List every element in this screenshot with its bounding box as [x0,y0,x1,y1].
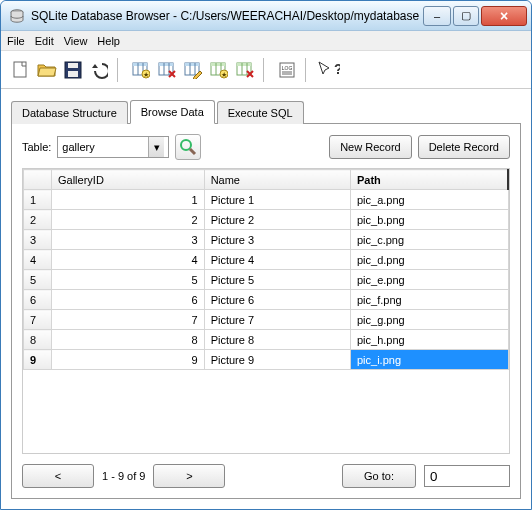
cell-id[interactable]: 5 [52,270,205,290]
table-row[interactable]: 99Picture 9pic_i.png [24,350,509,370]
row-number[interactable]: 5 [24,270,52,290]
cell-name[interactable]: Picture 2 [204,210,350,230]
tab-bar: Database Structure Browse Data Execute S… [11,99,521,124]
cell-path[interactable]: pic_g.png [350,310,508,330]
cell-id[interactable]: 6 [52,290,205,310]
cell-name[interactable]: Picture 9 [204,350,350,370]
cell-id[interactable]: 2 [52,210,205,230]
table-row[interactable]: 33Picture 3pic_c.png [24,230,509,250]
svg-rect-1 [14,62,26,77]
svg-text:LOG: LOG [282,65,293,71]
row-number[interactable]: 7 [24,310,52,330]
table-row[interactable]: 44Picture 4pic_d.png [24,250,509,270]
new-record-button[interactable]: New Record [329,135,412,159]
menu-file[interactable]: File [7,35,25,47]
row-number[interactable]: 3 [24,230,52,250]
header-row: GalleryID Name Path [24,170,509,190]
cell-name[interactable]: Picture 4 [204,250,350,270]
cell-name[interactable]: Picture 5 [204,270,350,290]
minimize-button[interactable]: – [423,6,451,26]
delete-record-button[interactable]: Delete Record [418,135,510,159]
col-header-name[interactable]: Name [204,170,350,190]
svg-text:?: ? [334,61,340,77]
search-icon [179,138,197,156]
tab-browse-data[interactable]: Browse Data [130,100,215,124]
table-row[interactable]: 11Picture 1pic_a.png [24,190,509,210]
cell-name[interactable]: Picture 7 [204,310,350,330]
menu-edit[interactable]: Edit [35,35,54,47]
cell-name[interactable]: Picture 8 [204,330,350,350]
cell-path[interactable]: pic_d.png [350,250,508,270]
rownum-header[interactable] [24,170,52,190]
cell-name[interactable]: Picture 3 [204,230,350,250]
prev-page-button[interactable]: < [22,464,94,488]
create-table-icon[interactable]: ★ [129,57,153,83]
svg-rect-6 [133,63,147,66]
cell-path[interactable]: pic_a.png [350,190,508,210]
open-folder-icon[interactable] [35,57,59,83]
goto-button[interactable]: Go to: [342,464,416,488]
maximize-button[interactable]: ▢ [453,6,479,26]
row-number[interactable]: 4 [24,250,52,270]
cell-id[interactable]: 3 [52,230,205,250]
tab-execute-sql[interactable]: Execute SQL [217,101,304,124]
next-page-button[interactable]: > [153,464,225,488]
cell-id[interactable]: 7 [52,310,205,330]
cell-path[interactable]: pic_c.png [350,230,508,250]
data-grid[interactable]: GalleryID Name Path 11Picture 1pic_a.png… [22,168,510,454]
table-row[interactable]: 22Picture 2pic_b.png [24,210,509,230]
cell-name[interactable]: Picture 1 [204,190,350,210]
save-disk-icon[interactable] [61,57,85,83]
close-button[interactable]: × [481,6,527,26]
table-row[interactable]: 77Picture 7pic_g.png [24,310,509,330]
svg-rect-16 [185,63,199,66]
row-number[interactable]: 9 [24,350,52,370]
row-number[interactable]: 1 [24,190,52,210]
svg-text:★: ★ [221,71,227,78]
goto-input[interactable] [424,465,510,487]
toolbar-separator [117,58,123,82]
row-number[interactable]: 6 [24,290,52,310]
browse-controls: Table: gallery ▾ New Record Delete Recor… [22,134,510,160]
row-number[interactable]: 8 [24,330,52,350]
cell-path[interactable]: pic_i.png [350,350,508,370]
create-index-icon[interactable]: ★ [207,57,231,83]
window-title: SQLite Database Browser - C:/Users/WEERA… [31,9,421,23]
modify-table-icon[interactable] [181,57,205,83]
window-controls: – ▢ × [421,6,527,26]
svg-point-34 [181,140,191,150]
table-label: Table: [22,141,51,153]
cell-id[interactable]: 1 [52,190,205,210]
cell-path[interactable]: pic_e.png [350,270,508,290]
row-number[interactable]: 2 [24,210,52,230]
svg-rect-20 [211,63,225,66]
table-row[interactable]: 55Picture 5pic_e.png [24,270,509,290]
new-file-icon[interactable] [9,57,33,83]
cell-path[interactable]: pic_h.png [350,330,508,350]
menu-view[interactable]: View [64,35,88,47]
tab-structure[interactable]: Database Structure [11,101,128,124]
search-button[interactable] [175,134,201,160]
svg-rect-12 [159,63,173,66]
table-row[interactable]: 66Picture 6pic_f.png [24,290,509,310]
table-row[interactable]: 88Picture 8pic_h.png [24,330,509,350]
cell-name[interactable]: Picture 6 [204,290,350,310]
delete-table-icon[interactable] [155,57,179,83]
cell-id[interactable]: 4 [52,250,205,270]
database-icon [9,8,25,24]
content-area: Database Structure Browse Data Execute S… [1,89,531,509]
whatsthis-icon[interactable]: ? [317,57,341,83]
undo-icon[interactable] [87,57,111,83]
table-select[interactable]: gallery ▾ [57,136,169,158]
svg-rect-3 [68,63,78,68]
cell-id[interactable]: 8 [52,330,205,350]
delete-index-icon[interactable] [233,57,257,83]
menu-help[interactable]: Help [97,35,120,47]
log-icon[interactable]: LOG [275,57,299,83]
browse-panel: Table: gallery ▾ New Record Delete Recor… [11,124,521,499]
col-header-path[interactable]: Path [350,170,508,190]
col-header-id[interactable]: GalleryID [52,170,205,190]
cell-path[interactable]: pic_f.png [350,290,508,310]
cell-path[interactable]: pic_b.png [350,210,508,230]
cell-id[interactable]: 9 [52,350,205,370]
